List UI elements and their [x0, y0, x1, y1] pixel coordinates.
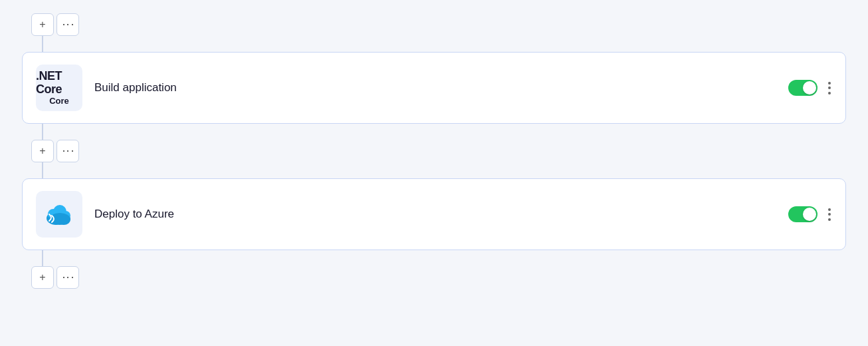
deploy-azure-toggle[interactable]: [788, 206, 817, 222]
dot2: [828, 213, 831, 216]
toggle-track[interactable]: [788, 206, 817, 222]
deploy-azure-menu-button[interactable]: [827, 206, 832, 224]
dots-icon: ⋮: [62, 19, 74, 31]
plus-icon: +: [39, 19, 45, 30]
build-app-card: .NET Core Core Build application: [22, 52, 846, 124]
svg-point-5: [49, 213, 70, 225]
dots-icon: ⋮: [62, 145, 74, 158]
azure-icon-wrap: [36, 191, 82, 238]
build-app-menu-button[interactable]: [827, 79, 832, 97]
dots-icon: ⋮: [62, 271, 74, 284]
top-add-button[interactable]: +: [31, 13, 54, 36]
middle-vert-line2: [42, 162, 43, 178]
dotnet-icon: .NET Core Core: [36, 70, 82, 106]
dot3: [828, 92, 831, 94]
dotnet-icon-wrap: .NET Core Core: [36, 65, 82, 111]
toggle-track[interactable]: [788, 80, 817, 96]
middle-menu-button[interactable]: ⋮: [56, 140, 79, 162]
dot1: [828, 82, 831, 85]
bottom-connector-row: + ⋮: [31, 266, 79, 289]
deploy-azure-label: Deploy to Azure: [94, 208, 776, 221]
deploy-azure-controls: [788, 206, 832, 224]
toggle-thumb: [803, 208, 816, 221]
plus-icon: +: [39, 272, 45, 283]
azure-cloud-icon: [43, 201, 76, 228]
dotnet-label-bottom: Core: [49, 96, 69, 106]
build-app-controls: [788, 79, 832, 97]
build-app-toggle[interactable]: [788, 80, 817, 96]
bottom-menu-button[interactable]: ⋮: [56, 266, 79, 289]
deploy-azure-card: Deploy to Azure: [22, 178, 846, 250]
top-menu-button[interactable]: ⋮: [56, 13, 79, 36]
bottom-add-button[interactable]: +: [31, 266, 54, 289]
middle-add-button[interactable]: +: [31, 140, 54, 162]
plus-icon: +: [39, 146, 45, 156]
build-app-label: Build application: [94, 81, 776, 94]
top-vert-line: [42, 36, 43, 52]
dot3: [828, 218, 831, 221]
dot2: [828, 86, 831, 89]
bottom-vert-line: [42, 250, 43, 266]
azure-svg: [43, 201, 76, 228]
toggle-thumb: [803, 81, 816, 94]
dot1: [828, 208, 831, 211]
top-connector-row: + ⋮: [31, 13, 79, 36]
dotnet-label-top: .NET Core: [36, 70, 82, 96]
middle-vert-line: [42, 124, 43, 140]
middle-connector-row: + ⋮: [31, 140, 79, 162]
pipeline-container: + ⋮ .NET Core Core Build application: [22, 13, 846, 289]
